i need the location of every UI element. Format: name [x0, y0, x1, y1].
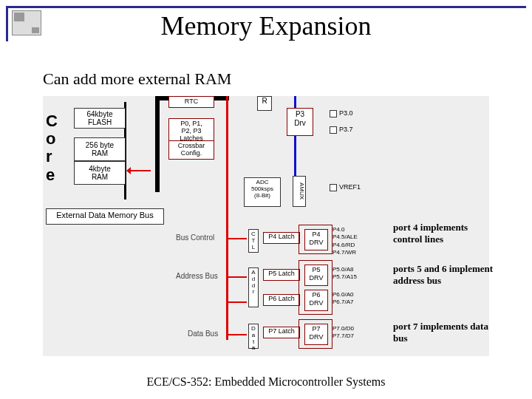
annotation-port4: port 4 implements control lines [393, 222, 497, 245]
annotation-port5-6: ports 5 and 6 implement address bus [393, 263, 497, 286]
red-line-data [226, 334, 247, 335]
slide-border-top [6, 6, 526, 8]
core-bus-vertical [155, 96, 160, 192]
slide-title: Memory Expansion [0, 10, 532, 41]
p7-pins: P7.0/D0P7.7/D7 [332, 325, 354, 341]
rtc-block: RTC [168, 96, 214, 108]
p6-latch: P6 Latch [263, 294, 300, 306]
flash-block: 64kbyteFLASH [74, 108, 126, 129]
ram-arrow-icon [127, 170, 151, 171]
slide-footer: ECE/CS-352: Embedded Microcontroller Sys… [0, 375, 532, 389]
p5-pins: P5.0/A8P5.7/A15 [332, 266, 357, 282]
address-bus-label: Address Bus [176, 272, 218, 280]
pin-p30-label: P3.0 [339, 109, 353, 117]
red-bus-line [226, 96, 228, 340]
pin-p30: P3.0 [330, 109, 353, 117]
annotation-port7: port 7 implements data bus [393, 321, 497, 344]
r-block: R [257, 96, 272, 111]
pin-vref1-label: VREF1 [339, 183, 361, 191]
adc-block: ADC500ksps(8-Bit) [244, 177, 281, 207]
external-bus-label: External Data Memory Bus [46, 208, 164, 225]
red-line-addr1 [226, 276, 247, 278]
pin-p37: P3.7 [330, 126, 353, 134]
pin-vref1: VREF1 [330, 183, 361, 191]
p6-pins: P6.0/A0P6.7/A7 [332, 291, 353, 307]
p4-latch: P4 Latch [263, 232, 300, 244]
red-line-addr2 [226, 301, 247, 303]
data-block: Data [248, 324, 259, 349]
amux-block: AMUX [293, 176, 306, 207]
ram256-block: 256 byteRAM [74, 137, 126, 161]
data-bus-label: Data Bus [188, 330, 218, 338]
addr-block: Addr [248, 267, 259, 307]
highlight-box-p7 [299, 319, 332, 349]
core-label: Core [46, 112, 58, 184]
red-line-ctl [226, 238, 247, 239]
p5-latch: P5 Latch [263, 269, 300, 281]
highlight-box-p4 [299, 225, 332, 254]
ram4k-block: 4kbyteRAM [74, 161, 126, 185]
bus-control-label: Bus Control [176, 233, 214, 242]
p7-latch: P7 Latch [263, 327, 300, 338]
ctl-block: CTL [248, 229, 259, 253]
crossbar-block: CrossbarConfig. [168, 140, 214, 160]
p4-pins: P4.0P4.5/ALEP4.6/RDP4.7/WR [332, 226, 358, 257]
pin-p37-label: P3.7 [339, 126, 353, 133]
slide-subtitle: Can add more external RAM [43, 69, 231, 89]
highlight-box-p5-p6 [299, 260, 332, 315]
p3-drv-block: P3Drv [287, 108, 313, 136]
